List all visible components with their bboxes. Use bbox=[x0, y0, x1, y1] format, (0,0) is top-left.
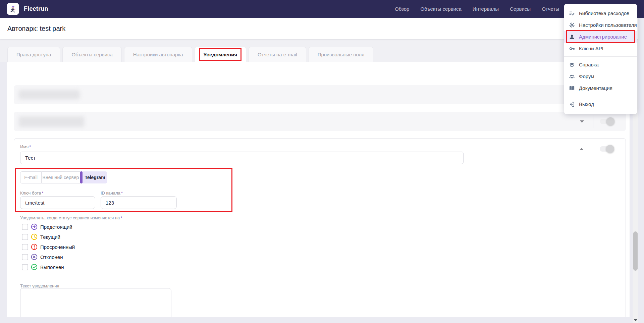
nav-item-reports[interactable]: Отчеты bbox=[542, 6, 559, 12]
page-background-strip bbox=[638, 18, 644, 323]
notification-card-collapsed-2[interactable] bbox=[14, 112, 626, 131]
channel-type-switcher: E-mail Внешний сервер Telegram bbox=[20, 171, 107, 183]
tab-label: Права доступа bbox=[16, 52, 51, 57]
channel-tab-external-server[interactable]: Внешний сервер bbox=[42, 171, 80, 183]
page-background-strip bbox=[0, 317, 633, 323]
menu-item-logout[interactable]: Выход bbox=[564, 98, 637, 110]
scrollbar-down-arrow[interactable] bbox=[634, 319, 637, 321]
menu-item-label: Администрирование bbox=[579, 34, 627, 40]
upcoming-icon bbox=[31, 223, 38, 230]
tab-label: Произвольные поля bbox=[318, 52, 365, 57]
menu-item-label: Библиотека расходов bbox=[579, 10, 629, 16]
key-icon bbox=[569, 46, 575, 52]
menu-item-documentation[interactable]: Документация bbox=[564, 82, 637, 94]
tabs-bar: Права доступа Объекты сервиса Настройки … bbox=[0, 39, 644, 62]
nav-item-services[interactable]: Сервисы bbox=[510, 6, 531, 12]
name-input[interactable] bbox=[20, 152, 464, 164]
graduation-cap-icon bbox=[569, 62, 575, 68]
divider bbox=[593, 142, 593, 156]
chevron-down-icon[interactable] bbox=[578, 120, 586, 123]
blurred-notification-name bbox=[19, 116, 84, 127]
menu-item-user-settings[interactable]: Настройки пользователя bbox=[564, 19, 637, 31]
app-window: Fleetrun ОбзорОбъекты сервисаИнтервалыСе… bbox=[0, 0, 644, 323]
required-mark: * bbox=[121, 191, 123, 196]
tab-label: Настройки автопарка bbox=[133, 52, 183, 57]
name-label: Имя* bbox=[20, 144, 31, 149]
status-overdue: Просроченный bbox=[20, 242, 75, 252]
page-title: Автопарк: test park bbox=[7, 18, 65, 39]
chevron-up-icon[interactable] bbox=[577, 148, 586, 150]
gear-icon bbox=[569, 22, 575, 28]
fleetrun-logo[interactable] bbox=[7, 3, 19, 15]
tab-custom-fields[interactable]: Произвольные поля bbox=[309, 47, 374, 62]
menu-divider bbox=[564, 56, 637, 57]
required-mark: * bbox=[120, 215, 122, 220]
menu-item-label: Документация bbox=[579, 85, 612, 91]
bot-key-input[interactable] bbox=[20, 196, 95, 209]
logout-icon bbox=[569, 101, 575, 107]
status-label: Текущий bbox=[40, 234, 60, 240]
overdue-icon bbox=[31, 243, 38, 251]
required-mark: * bbox=[29, 144, 31, 149]
notification-toggle[interactable] bbox=[600, 119, 613, 124]
status-label: Просроченный bbox=[40, 244, 75, 250]
clock-icon bbox=[31, 233, 38, 240]
menu-item-forum[interactable]: Форум bbox=[564, 70, 637, 82]
tab-label: Уведомления bbox=[204, 52, 237, 57]
channel-id-label: ID канала* bbox=[101, 191, 123, 196]
top-navbar: Fleetrun ОбзорОбъекты сервисаИнтервалыСе… bbox=[0, 0, 644, 18]
menu-item-label: Ключи API bbox=[579, 46, 603, 51]
status-current: Текущий bbox=[20, 232, 75, 242]
user-icon bbox=[569, 34, 575, 40]
tab-access-rights[interactable]: Права доступа bbox=[7, 47, 60, 62]
forum-icon bbox=[569, 73, 575, 79]
active-segment-indicator bbox=[80, 171, 83, 183]
tab-notifications[interactable]: Уведомления bbox=[195, 47, 246, 62]
library-icon bbox=[569, 10, 575, 16]
tab-label: Объекты сервиса bbox=[71, 52, 112, 57]
notifications-panel: Имя* E-mail Внешний сервер Telegram Ключ… bbox=[7, 62, 630, 323]
nav-item-overview[interactable]: Обзор bbox=[395, 6, 409, 12]
status-rejected: Отклонен bbox=[20, 252, 75, 262]
status-done: Выполнен bbox=[20, 262, 75, 272]
status-checkbox-list: Предстоящий Текущий Просроченный Отклоне… bbox=[20, 222, 75, 272]
navbar-menu: ОбзорОбъекты сервисаИнтервалыСервисыОтче… bbox=[395, 0, 559, 18]
scrollbar-thumb[interactable] bbox=[633, 231, 638, 271]
menu-item-administration[interactable]: Администрирование bbox=[564, 31, 637, 43]
menu-item-label: Справка bbox=[579, 62, 599, 67]
statuses-label: Уведомлять, когда статус сервиса изменяе… bbox=[20, 215, 122, 220]
status-checkbox[interactable] bbox=[22, 224, 28, 230]
nav-item-intervals[interactable]: Интервалы bbox=[473, 6, 499, 12]
channel-id-input[interactable] bbox=[101, 196, 177, 209]
divider bbox=[593, 115, 593, 128]
notification-card-collapsed-1[interactable] bbox=[14, 85, 626, 104]
channel-tab-email[interactable]: E-mail bbox=[20, 171, 42, 183]
menu-item-api-keys[interactable]: Ключи API bbox=[564, 43, 637, 54]
menu-item-label: Форум bbox=[579, 73, 594, 79]
menu-item-help[interactable]: Справка bbox=[564, 59, 637, 70]
menu-item-label: Настройки пользователя bbox=[579, 22, 637, 28]
status-checkbox[interactable] bbox=[22, 254, 28, 260]
tab-fleet-settings[interactable]: Настройки автопарка bbox=[124, 47, 192, 62]
menu-item-expense-library[interactable]: Библиотека расходов bbox=[564, 7, 637, 19]
notification-toggle[interactable] bbox=[600, 146, 613, 152]
mascot-icon bbox=[9, 5, 17, 13]
page-header: Автопарк: test park bbox=[0, 18, 644, 39]
status-checkbox[interactable] bbox=[22, 234, 28, 240]
book-icon bbox=[569, 85, 575, 91]
nav-item-service-objects[interactable]: Объекты сервиса bbox=[420, 6, 461, 12]
status-label: Отклонен bbox=[40, 254, 63, 260]
status-checkbox[interactable] bbox=[22, 244, 28, 250]
status-upcoming: Предстоящий bbox=[20, 222, 75, 232]
tab-email-reports[interactable]: Отчеты на e-mail bbox=[249, 47, 306, 62]
status-label: Предстоящий bbox=[40, 224, 72, 230]
message-label: Текст уведомления bbox=[20, 283, 59, 288]
blurred-notification-name bbox=[19, 90, 80, 99]
brand-name[interactable]: Fleetrun bbox=[24, 0, 48, 18]
menu-divider bbox=[564, 96, 637, 96]
status-label: Выполнен bbox=[40, 264, 64, 270]
channel-tab-telegram[interactable]: Telegram bbox=[83, 171, 107, 183]
status-checkbox[interactable] bbox=[22, 264, 28, 270]
menu-item-label: Выход bbox=[579, 101, 594, 107]
tab-service-objects[interactable]: Объекты сервиса bbox=[62, 47, 121, 62]
